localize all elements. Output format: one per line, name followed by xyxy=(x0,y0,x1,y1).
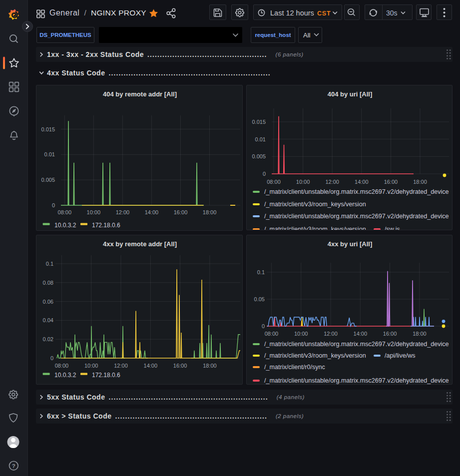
svg-text:14:00: 14:00 xyxy=(144,363,158,369)
svg-text:/_matrix/client/v3/room_keys/v: /_matrix/client/v3/room_keys/version xyxy=(264,201,366,208)
svg-text:0.015: 0.015 xyxy=(252,119,266,125)
svg-text:0.04: 0.04 xyxy=(43,317,53,323)
svg-text:18:00: 18:00 xyxy=(203,209,217,215)
svg-text:0: 0 xyxy=(263,171,266,177)
svg-text:?: ? xyxy=(12,463,15,469)
svg-text:172.18.0.6: 172.18.0.6 xyxy=(92,372,120,379)
svg-text:4xx by uri [All]: 4xx by uri [All] xyxy=(328,240,373,248)
svg-text:12:00: 12:00 xyxy=(116,209,130,215)
svg-text:0.1: 0.1 xyxy=(46,261,53,267)
svg-text:0.01: 0.01 xyxy=(255,136,266,142)
svg-text:08:00: 08:00 xyxy=(58,209,72,215)
svg-text:10:00: 10:00 xyxy=(296,179,310,185)
svg-text:12:00: 12:00 xyxy=(325,179,339,185)
svg-text:14:00: 14:00 xyxy=(354,331,368,337)
svg-text:0: 0 xyxy=(50,355,53,361)
svg-text:10:00: 10:00 xyxy=(294,331,308,337)
svg-text:/_matrix/client/unstable/org.m: /_matrix/client/unstable/org.matrix.msc2… xyxy=(264,213,449,220)
svg-text:4xx by remote addr [All]: 4xx by remote addr [All] xyxy=(103,240,177,248)
svg-text:16:00: 16:00 xyxy=(384,179,398,185)
svg-text:0.005: 0.005 xyxy=(252,153,266,159)
svg-text:0.01: 0.01 xyxy=(44,151,55,157)
svg-text:0.015: 0.015 xyxy=(41,126,55,132)
svg-text:/_matrix/client/v3/room_keys/v: /_matrix/client/v3/room_keys/version xyxy=(264,352,366,359)
svg-text:0.06: 0.06 xyxy=(43,299,53,305)
svg-text:/_matrix/client/unstable/org.m: /_matrix/client/unstable/org.matrix.msc2… xyxy=(264,188,449,195)
svg-text:08:00: 08:00 xyxy=(267,179,281,185)
svg-text:16:00: 16:00 xyxy=(173,363,187,369)
svg-text:14:00: 14:00 xyxy=(355,179,369,185)
svg-text:08:00: 08:00 xyxy=(55,363,69,369)
svg-text:0: 0 xyxy=(52,202,55,208)
svg-text:0: 0 xyxy=(262,323,265,329)
svg-text:18:00: 18:00 xyxy=(203,363,217,369)
svg-text:14:00: 14:00 xyxy=(145,209,159,215)
svg-text:172.18.0.6: 172.18.0.6 xyxy=(92,222,120,229)
svg-text:10:00: 10:00 xyxy=(87,209,101,215)
svg-text:/_matrix/client/r0/sync: /_matrix/client/r0/sync xyxy=(264,364,325,371)
svg-text:/sw.js: /sw.js xyxy=(385,226,400,230)
svg-text:/_matrix/client/v3/room_keys/v: /_matrix/client/v3/room_keys/version xyxy=(264,226,366,230)
svg-text:0.05: 0.05 xyxy=(254,296,265,302)
svg-text:16:00: 16:00 xyxy=(383,331,397,337)
svg-text:/_matrix/client/unstable/org.m: /_matrix/client/unstable/org.matrix.msc2… xyxy=(264,377,449,384)
svg-text:10.0.3.2: 10.0.3.2 xyxy=(54,372,76,379)
svg-text:18:00: 18:00 xyxy=(413,331,427,337)
svg-text:/api/live/ws: /api/live/ws xyxy=(385,352,416,359)
svg-text:18:00: 18:00 xyxy=(413,179,427,185)
svg-text:10:00: 10:00 xyxy=(84,363,98,369)
svg-text:404 by remote addr [All]: 404 by remote addr [All] xyxy=(103,90,177,98)
svg-text:0.005: 0.005 xyxy=(41,177,55,183)
svg-text:/_matrix/client/unstable/org.m: /_matrix/client/unstable/org.matrix.msc2… xyxy=(264,341,449,348)
svg-text:12:00: 12:00 xyxy=(114,363,128,369)
svg-text:12:00: 12:00 xyxy=(324,331,338,337)
svg-text:16:00: 16:00 xyxy=(174,209,188,215)
svg-text:10.0.3.2: 10.0.3.2 xyxy=(54,222,76,229)
svg-text:0.08: 0.08 xyxy=(43,280,53,286)
svg-text:0.02: 0.02 xyxy=(43,336,53,342)
svg-text:08:00: 08:00 xyxy=(265,331,279,337)
svg-text:404 by uri [All]: 404 by uri [All] xyxy=(328,90,373,98)
svg-text:0.1: 0.1 xyxy=(257,269,265,275)
